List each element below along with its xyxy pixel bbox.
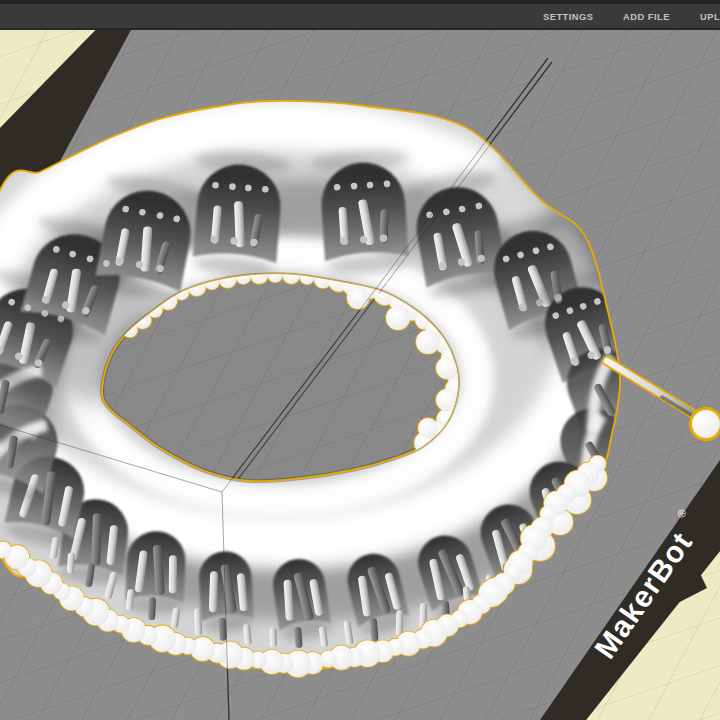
svg-text:ADD FILE: ADD FILE — [623, 12, 670, 22]
svg-text:UPLO: UPLO — [700, 12, 720, 22]
svg-text:SETTINGS: SETTINGS — [543, 12, 594, 22]
